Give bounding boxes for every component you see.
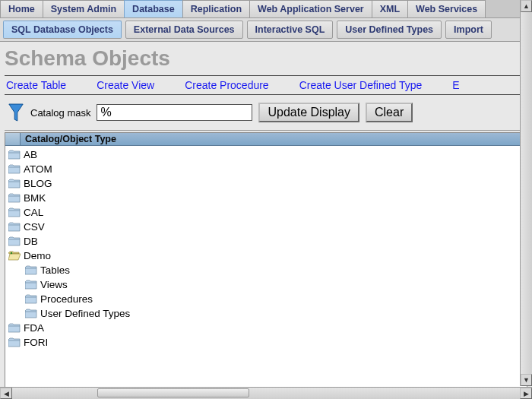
action-link-create-table[interactable]: Create Table [6,79,66,91]
scroll-down-arrow-icon[interactable]: ▼ [521,374,532,386]
tree-node-label: Demo [24,250,51,261]
main-tab-web-services[interactable]: Web Services [407,0,486,17]
action-link-create-view[interactable]: Create View [97,79,154,91]
schema-tree-panel: Catalog/Object Type ABATOMBLOGBMKCALCSVD… [5,132,527,391]
filter-row: Catalog mask Update Display Clear [5,95,527,131]
main-tab-bar: HomeSystem AdminDatabaseReplicationWeb A… [0,0,532,18]
scroll-up-arrow-icon[interactable]: ▲ [521,0,532,12]
tree-node[interactable]: AB [8,147,524,162]
tree-node-label: FDA [24,322,44,334]
tree-header-row: Catalog/Object Type [5,133,527,146]
main-tab-database[interactable]: Database [124,0,183,17]
main-tab-xml[interactable]: XML [372,0,408,17]
sub-tab-import[interactable]: Import [445,21,492,39]
tree-node[interactable]: CSV [8,220,524,234]
main-tab-system-admin[interactable]: System Admin [43,0,125,17]
tree-node-label: BMK [24,192,46,204]
filter-icon [8,103,24,122]
folder-icon [8,179,21,188]
action-link-e[interactable]: E [452,79,459,91]
content-area: Schema Objects Create TableCreate ViewCr… [0,42,532,391]
svg-point-0 [11,252,12,254]
folder-icon [8,236,21,246]
update-display-button[interactable]: Update Display [258,103,359,122]
tree-node[interactable]: ATOM [8,162,524,176]
tree-node-label: CAL [24,207,43,218]
tree-node-label: Views [40,279,68,290]
folder-icon [25,280,37,290]
horizontal-scrollbar[interactable]: ◀ ▶ [0,387,532,399]
tree-node-label: Tables [40,264,70,276]
tree-node-label: Procedures [40,293,93,305]
tree-node[interactable]: Tables [8,263,524,277]
main-tab-web-application-server[interactable]: Web Application Server [249,0,372,17]
tree-node[interactable]: Views [8,277,524,292]
action-link-row: Create TableCreate ViewCreate ProcedureC… [5,75,527,95]
action-link-create-procedure[interactable]: Create Procedure [185,79,269,91]
tree-node[interactable]: BMK [8,191,524,205]
tree-node-label: User Defined Types [40,308,130,319]
tree-node-label: ATOM [24,163,52,175]
catalog-mask-label: Catalog mask [30,107,90,119]
sub-tab-bar: SQL Database ObjectsExternal Data Source… [0,18,532,42]
tree-node[interactable]: FORI [8,335,524,350]
sub-tab-interactive-sql[interactable]: Interactive SQL [247,21,334,39]
tree-node[interactable]: DB [8,234,524,249]
tree-node-label: CSV [24,221,45,233]
tree-node[interactable]: Procedures [8,292,524,306]
folder-icon [8,323,21,333]
schema-tree: ABATOMBLOGBMKCALCSVDBDemoTablesViewsProc… [5,146,527,351]
hscroll-thumb[interactable] [97,388,249,397]
app-root: HomeSystem AdminDatabaseReplicationWeb A… [0,0,532,399]
tree-node-label: AB [24,149,37,160]
folder-open-icon [8,251,21,261]
hscroll-track[interactable] [12,388,520,399]
tree-node[interactable]: User Defined Types [8,306,524,321]
main-tab-replication[interactable]: Replication [182,0,250,17]
sub-tab-user-defined-types[interactable]: User Defined Types [337,21,442,39]
folder-icon [8,193,21,203]
folder-icon [8,222,21,232]
folder-icon [8,337,21,347]
folder-icon [8,164,21,174]
main-tab-home[interactable]: Home [0,0,43,17]
scroll-right-arrow-icon[interactable]: ▶ [520,388,532,399]
page-title: Schema Objects [5,46,527,71]
folder-icon [8,150,21,160]
folder-icon [25,309,37,318]
sub-tab-sql-database-objects[interactable]: SQL Database Objects [3,21,122,39]
tree-node-label: BLOG [24,178,52,189]
folder-icon [25,265,37,275]
tree-header-toggle[interactable] [5,133,21,145]
folder-icon [8,207,21,217]
tree-node-label: FORI [24,337,48,348]
catalog-mask-input[interactable] [97,104,252,121]
tree-node[interactable]: CAL [8,205,524,220]
tree-header-label: Catalog/Object Type [21,133,527,145]
action-link-create-user-defined-type[interactable]: Create User Defined Type [299,79,423,91]
vertical-scrollbar[interactable]: ▲ ▼ [520,0,532,386]
tree-node[interactable]: BLOG [8,176,524,191]
tree-node[interactable]: Demo [8,249,524,263]
tree-node-label: DB [24,236,38,247]
clear-button[interactable]: Clear [366,103,413,122]
sub-tab-external-data-sources[interactable]: External Data Sources [125,21,243,39]
scroll-left-arrow-icon[interactable]: ◀ [0,388,12,399]
tree-node[interactable]: FDA [8,321,524,335]
folder-icon [25,294,37,304]
